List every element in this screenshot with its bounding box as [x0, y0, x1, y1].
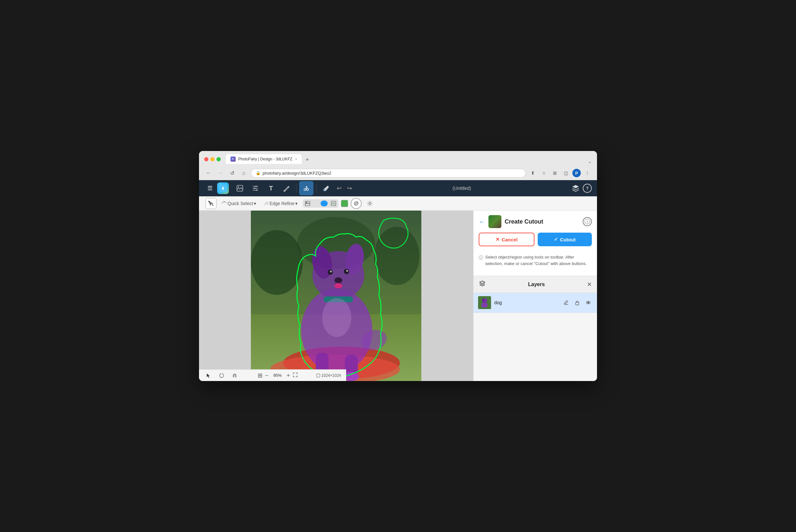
- undo-button[interactable]: ↩: [335, 184, 344, 193]
- cancel-label: Cancel: [502, 237, 517, 242]
- quick-select-label: Quick Select: [228, 201, 253, 206]
- color-swatch[interactable]: [341, 200, 348, 207]
- active-tab[interactable]: ✦ PhotoFairy | Design - 3dLUKFZ ×: [226, 154, 302, 164]
- layer-visibility-button[interactable]: [584, 298, 592, 307]
- quick-select-dropdown[interactable]: Quick Select ▾: [219, 200, 259, 207]
- original-view-icon[interactable]: [304, 201, 311, 206]
- arrow-tool-button[interactable]: [204, 371, 213, 380]
- svg-point-24: [374, 227, 419, 285]
- cutout-hint: ⓘ Select object/region using tools on to…: [474, 250, 597, 270]
- fullscreen-button[interactable]: [293, 372, 298, 379]
- nav-refresh-button[interactable]: ↺: [228, 169, 236, 177]
- cutout-tool-button[interactable]: [299, 181, 314, 195]
- toolbar-separator-1: [296, 184, 297, 193]
- cutout-check-icon: ✓: [554, 236, 558, 242]
- layer-item[interactable]: dog: [474, 293, 597, 313]
- svg-point-8: [307, 189, 308, 191]
- tab-list-button[interactable]: ⌄: [588, 159, 592, 164]
- address-bar-actions: ⬆ ☆ ⊞ ◫ P ⋮: [528, 169, 592, 177]
- layers-panel-title: Layers: [489, 282, 584, 287]
- sidebar-toggle-button[interactable]: ◫: [561, 169, 570, 177]
- svg-point-4: [255, 186, 257, 187]
- profile-button[interactable]: P: [572, 169, 581, 177]
- svg-point-15: [209, 201, 210, 202]
- svg-rect-45: [317, 374, 320, 377]
- nav-forward-button[interactable]: →: [216, 169, 225, 177]
- share-button[interactable]: ⬆: [528, 169, 537, 177]
- cutout-thumbnail-image: [489, 215, 501, 228]
- layer-edit-button[interactable]: [562, 298, 570, 307]
- traffic-light-yellow[interactable]: [210, 157, 214, 162]
- traffic-lights: [204, 157, 221, 162]
- svg-point-40: [346, 270, 348, 272]
- svg-line-10: [307, 188, 307, 189]
- menu-button[interactable]: ☰: [204, 183, 216, 194]
- adjustments-tool-button[interactable]: [248, 181, 263, 195]
- layers-panel-button[interactable]: [570, 183, 582, 194]
- layers-close-button[interactable]: ✕: [587, 281, 592, 288]
- layer-thumbnail-image: [478, 296, 491, 309]
- brush-tool-button[interactable]: [319, 181, 333, 195]
- svg-point-20: [369, 203, 371, 205]
- tab-favicon: ✦: [230, 156, 235, 162]
- tab-close-btn[interactable]: ×: [295, 157, 297, 161]
- paint-tool-button[interactable]: [279, 181, 293, 195]
- canvas-svg: [251, 211, 421, 381]
- masked-view-icon[interactable]: [329, 201, 337, 206]
- svg-point-1: [222, 189, 224, 190]
- bookmark-button[interactable]: ☆: [539, 169, 548, 177]
- svg-point-5: [254, 188, 255, 189]
- svg-point-3: [238, 186, 239, 188]
- svg-point-7: [304, 189, 306, 191]
- lasso-tool-button[interactable]: [217, 371, 226, 380]
- browser-titlebar: ✦ PhotoFairy | Design - 3dLUKFZ × + ⌄ ← …: [199, 151, 597, 180]
- view-slider[interactable]: [313, 200, 328, 207]
- app-logo: [217, 183, 229, 194]
- new-tab-button[interactable]: +: [303, 155, 312, 164]
- address-bar[interactable]: 🔒 photofairy.ai/design/3dLUKFZQ3wo2: [251, 169, 526, 177]
- cutout-info-button[interactable]: ⓘ: [583, 217, 592, 226]
- cancel-icon: ✕: [496, 236, 500, 242]
- zoom-out-button[interactable]: −: [265, 373, 269, 378]
- svg-point-13: [324, 189, 325, 191]
- magic-select-button[interactable]: [206, 198, 216, 209]
- layer-name: dog: [494, 300, 559, 305]
- svg-point-49: [482, 298, 484, 302]
- nav-back-button[interactable]: ←: [204, 169, 213, 177]
- svg-point-44: [322, 298, 351, 337]
- nav-home-button[interactable]: ⌂: [239, 169, 248, 177]
- fit-zoom-button[interactable]: ⊞: [258, 373, 263, 378]
- canvas-area[interactable]: ⊞ − 95% + 1024×1: [199, 211, 473, 381]
- cutout-back-button[interactable]: ←: [479, 218, 485, 226]
- svg-point-39: [330, 270, 332, 272]
- browser-window: ✦ PhotoFairy | Design - 3dLUKFZ × + ⌄ ← …: [199, 151, 597, 381]
- app-container: ☰: [199, 180, 597, 381]
- magnet-tool-button[interactable]: [230, 371, 239, 380]
- address-bar-row: ← → ↺ ⌂ 🔒 photofairy.ai/design/3dLUKFZQ3…: [204, 167, 592, 180]
- zoom-in-button[interactable]: +: [286, 373, 290, 378]
- redo-button[interactable]: ↪: [345, 184, 354, 193]
- edge-refine-dropdown[interactable]: Edge Refine ▾: [261, 200, 300, 207]
- layers-icon: [479, 280, 486, 289]
- cutout-action-buttons: ✕ Cancel ✓ Cutout: [474, 233, 597, 250]
- traffic-light-green[interactable]: [216, 157, 221, 162]
- media-tool-button[interactable]: [233, 181, 247, 195]
- text-tool-button[interactable]: T: [264, 181, 278, 195]
- address-text: photofairy.ai/design/3dLUKFZQ3wo2: [263, 171, 331, 176]
- help-button[interactable]: ?: [583, 184, 592, 193]
- cutout-button[interactable]: ✓ Cutout: [538, 233, 592, 246]
- layer-lock-button[interactable]: [573, 298, 582, 307]
- tab-title: PhotoFairy | Design - 3dLUKFZ: [238, 157, 292, 162]
- layers-header: Layers ✕: [474, 276, 597, 293]
- browser-controls: ✦ PhotoFairy | Design - 3dLUKFZ × + ⌄: [204, 154, 592, 164]
- canvas-dimensions: 1024×1024: [322, 373, 341, 378]
- cutout-header: ← Create Cutout ⓘ: [474, 211, 597, 233]
- settings-button[interactable]: [364, 198, 375, 209]
- zoom-controls: ⊞ − 95% +: [243, 372, 312, 379]
- extensions-button[interactable]: ⊞: [550, 169, 560, 177]
- cancel-button[interactable]: ✕ Cancel: [479, 233, 534, 246]
- edit-brush-button[interactable]: [351, 198, 362, 209]
- traffic-light-red[interactable]: [204, 157, 208, 162]
- browser-menu-button[interactable]: ⋮: [583, 169, 592, 177]
- hint-text: Select object/region using tools on tool…: [485, 254, 592, 267]
